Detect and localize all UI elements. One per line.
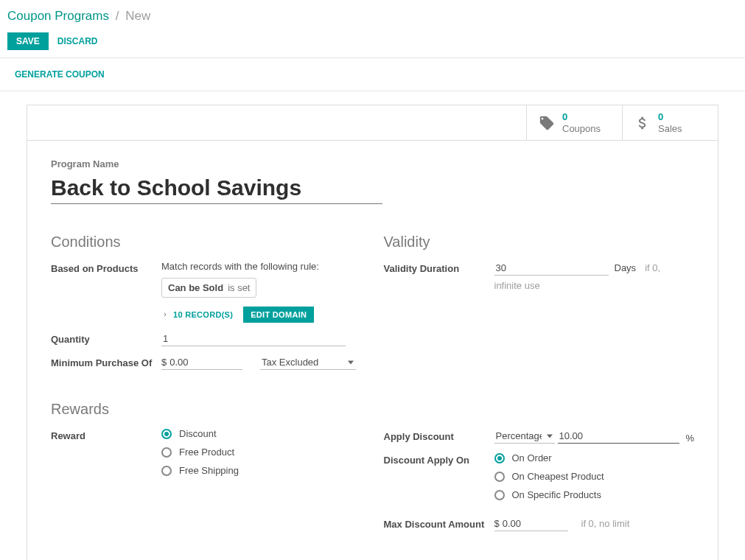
save-button[interactable]: SAVE — [7, 32, 49, 50]
max-discount-label: Max Discount Amount — [384, 517, 494, 530]
validity-title: Validity — [384, 234, 695, 251]
max-discount-currency: $ — [494, 518, 500, 529]
edit-domain-button[interactable]: EDIT DOMAIN — [243, 307, 314, 323]
based-on-products-label: Based on Products — [51, 261, 161, 274]
breadcrumb-parent-link[interactable]: Coupon Programs — [7, 9, 109, 23]
apply-discount-type-select-wrap[interactable]: Percentage — [494, 429, 555, 444]
coupons-stat-button[interactable]: 0 Coupons — [526, 105, 622, 140]
min-purchase-input[interactable] — [168, 355, 234, 369]
dollar-icon — [634, 115, 651, 131]
records-link-text: 10 RECORD(S) — [173, 310, 233, 319]
domain-tag[interactable]: Can be Sold is set — [161, 278, 256, 298]
rewards-title: Rewards — [51, 401, 362, 418]
reward-discount-radio[interactable] — [161, 429, 172, 439]
validity-duration-input[interactable] — [494, 261, 609, 276]
apply-discount-type-select[interactable]: Percentage — [494, 429, 555, 444]
conditions-title: Conditions — [51, 234, 362, 251]
apply-on-order-label[interactable]: On Order — [512, 452, 552, 463]
quantity-label: Quantity — [51, 332, 161, 345]
reward-label: Reward — [51, 428, 161, 441]
days-unit: Days — [612, 262, 637, 273]
match-rule-text: Match records with the following rule: — [161, 261, 362, 272]
sales-label: Sales — [658, 123, 682, 135]
tag-icon — [539, 115, 555, 131]
reward-free-product-radio[interactable] — [161, 447, 172, 458]
form-sheet: 0 Coupons 0 Sales Program Name Condition… — [27, 105, 718, 560]
coupons-count: 0 — [562, 111, 601, 123]
sales-count: 0 — [658, 111, 682, 123]
program-name-input[interactable] — [51, 174, 382, 204]
apply-discount-value-input[interactable] — [558, 429, 680, 444]
breadcrumb: Coupon Programs / New — [7, 6, 738, 29]
discount-apply-on-label: Discount Apply On — [384, 452, 494, 466]
apply-on-specific-label[interactable]: On Specific Products — [512, 489, 601, 500]
program-name-label: Program Name — [51, 158, 694, 169]
tax-select-wrap[interactable]: Tax Excluded — [260, 355, 356, 370]
reward-free-shipping-label[interactable]: Free Shipping — [179, 465, 239, 476]
reward-discount-label[interactable]: Discount — [179, 428, 217, 439]
validity-help-inline: if 0, — [645, 262, 660, 273]
min-purchase-label: Minimum Purchase Of — [51, 355, 161, 368]
apply-on-specific-radio[interactable] — [494, 490, 505, 500]
currency-symbol: $ — [161, 357, 167, 368]
records-link[interactable]: 10 RECORD(S) — [161, 310, 233, 319]
generate-coupon-button[interactable]: GENERATE COUPON — [15, 66, 106, 83]
percent-unit: % — [682, 433, 694, 444]
apply-on-order-radio[interactable] — [494, 453, 505, 463]
coupons-label: Coupons — [562, 123, 601, 135]
arrow-right-icon — [161, 311, 169, 318]
max-discount-help: if 0, no limit — [581, 518, 630, 529]
apply-on-cheapest-radio[interactable] — [494, 472, 505, 482]
sales-stat-button[interactable]: 0 Sales — [622, 105, 718, 140]
apply-discount-label: Apply Discount — [384, 429, 494, 442]
tax-select[interactable]: Tax Excluded — [260, 355, 356, 370]
reward-free-product-label[interactable]: Free Product — [179, 447, 234, 458]
validity-help-block: infinite use — [494, 280, 695, 291]
quantity-input[interactable] — [161, 332, 346, 346]
apply-on-cheapest-label[interactable]: On Cheapest Product — [512, 471, 604, 482]
breadcrumb-separator: / — [113, 9, 122, 23]
domain-tag-field: Can be Sold — [168, 282, 223, 293]
discard-button[interactable]: DISCARD — [56, 32, 99, 50]
domain-tag-condition: is set — [228, 282, 250, 293]
breadcrumb-current: New — [125, 9, 150, 23]
max-discount-input[interactable] — [501, 517, 560, 531]
reward-free-shipping-radio[interactable] — [161, 466, 172, 476]
validity-duration-label: Validity Duration — [384, 261, 494, 274]
